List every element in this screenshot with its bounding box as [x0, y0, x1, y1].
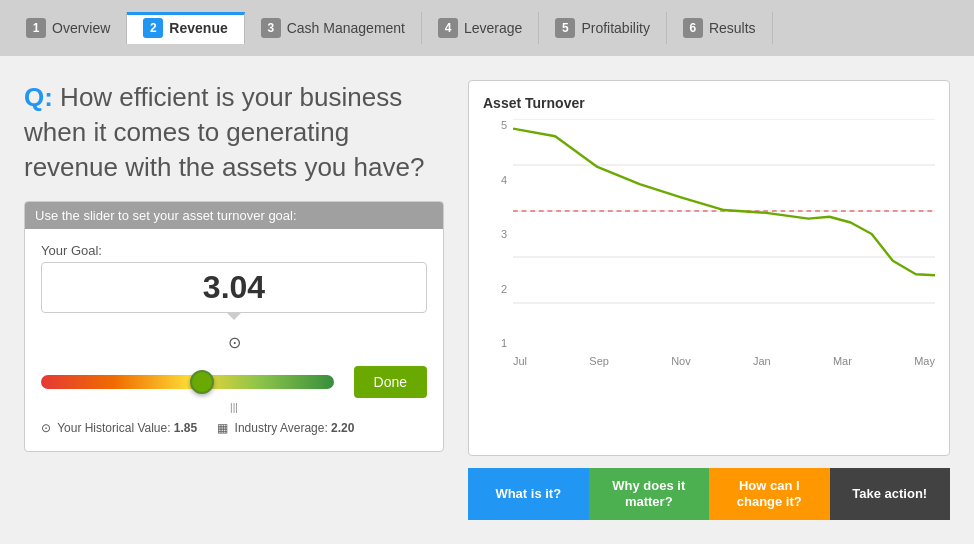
y-axis: 5 4 3 2 1 — [483, 119, 513, 349]
nav-step-4[interactable]: 4 Leverage — [422, 12, 539, 44]
x-axis: Jul Sep Nov Jan Mar May — [513, 351, 935, 379]
clock-icon: ⊙ — [41, 421, 51, 435]
chart-svg — [513, 119, 935, 349]
y-label-1: 1 — [501, 337, 507, 349]
historical-value: 1.85 — [174, 421, 197, 435]
chart-title: Asset Turnover — [483, 95, 935, 111]
question-prefix: Q: — [24, 82, 53, 112]
question-text: Q: How efficient is your business when i… — [24, 80, 444, 185]
nav-step-3[interactable]: 3 Cash Management — [245, 12, 422, 44]
step-label-1: Overview — [52, 20, 110, 36]
tab-take-action[interactable]: Take action! — [830, 468, 951, 520]
industry-stat: ▦ Industry Average: 2.20 — [217, 421, 354, 435]
slider-box-header: Use the slider to set your asset turnove… — [25, 202, 443, 229]
step-num-1: 1 — [26, 18, 46, 38]
y-label-5: 5 — [501, 119, 507, 131]
step-num-4: 4 — [438, 18, 458, 38]
step-num-3: 3 — [261, 18, 281, 38]
step-num-5: 5 — [555, 18, 575, 38]
chart-plot — [513, 119, 935, 349]
nav-bar: 1 Overview 2 Revenue 3 Cash Management 4… — [0, 0, 974, 56]
bottom-stats: ⊙ Your Historical Value: 1.85 ▦ Industry… — [41, 421, 427, 435]
industry-label: Industry Average: — [235, 421, 328, 435]
historical-stat: ⊙ Your Historical Value: 1.85 — [41, 421, 197, 435]
step-num-2: 2 — [143, 18, 163, 38]
slider-thumb[interactable] — [190, 370, 214, 394]
tab-why-matter[interactable]: Why does it matter? — [589, 468, 710, 520]
tick-mark: ||| — [230, 402, 238, 413]
x-label-jul: Jul — [513, 355, 527, 367]
historical-label: Your Historical Value: — [57, 421, 170, 435]
step-label-6: Results — [709, 20, 756, 36]
x-label-may: May — [914, 355, 935, 367]
step-label-2: Revenue — [169, 20, 227, 36]
goal-value-display: 3.04 — [41, 262, 427, 313]
main-content: Q: How efficient is your business when i… — [0, 56, 974, 544]
left-panel: Q: How efficient is your business when i… — [24, 80, 444, 520]
step-num-6: 6 — [683, 18, 703, 38]
x-label-sep: Sep — [589, 355, 609, 367]
y-label-4: 4 — [501, 174, 507, 186]
nav-step-2[interactable]: 2 Revenue — [127, 12, 244, 44]
slider-track[interactable] — [41, 375, 334, 389]
goal-label: Your Goal: — [41, 243, 427, 258]
nav-step-1[interactable]: 1 Overview — [10, 12, 127, 44]
slider-box: Use the slider to set your asset turnove… — [24, 201, 444, 452]
slider-min-icon: ⊙ — [228, 333, 241, 352]
action-tabs: What is it? Why does it matter? How can … — [468, 468, 950, 520]
chart-area: 5 4 3 2 1 — [483, 119, 935, 379]
nav-step-6[interactable]: 6 Results — [667, 12, 773, 44]
step-label-3: Cash Management — [287, 20, 405, 36]
nav-step-5[interactable]: 5 Profitability — [539, 12, 666, 44]
x-label-jan: Jan — [753, 355, 771, 367]
x-label-mar: Mar — [833, 355, 852, 367]
tab-what-is-it[interactable]: What is it? — [468, 468, 589, 520]
question-body: How efficient is your business when it c… — [24, 82, 424, 182]
x-label-nov: Nov — [671, 355, 691, 367]
y-label-3: 3 — [501, 228, 507, 240]
industry-value: 2.20 — [331, 421, 354, 435]
done-button[interactable]: Done — [354, 366, 427, 398]
step-label-4: Leverage — [464, 20, 522, 36]
step-label-5: Profitability — [581, 20, 649, 36]
tab-how-change[interactable]: How can I change it? — [709, 468, 830, 520]
chart-icon: ▦ — [217, 421, 228, 435]
slider-wrapper: Done — [41, 366, 427, 398]
chart-box: Asset Turnover 5 4 3 2 1 — [468, 80, 950, 456]
y-label-2: 2 — [501, 283, 507, 295]
right-panel: Asset Turnover 5 4 3 2 1 — [468, 80, 950, 520]
